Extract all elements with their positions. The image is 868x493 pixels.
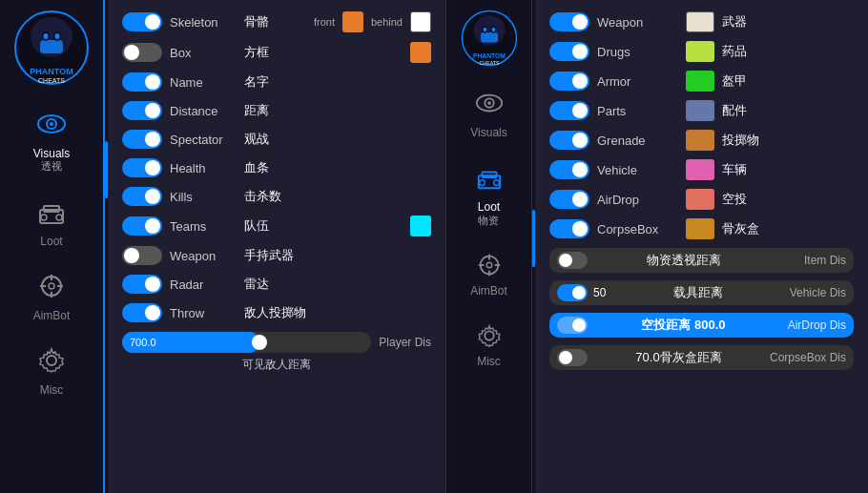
mid-loot-label: Loot 物资 [478, 200, 500, 227]
airdrop-dis-toggle[interactable] [557, 317, 588, 334]
health-label-en: Health [170, 161, 237, 175]
health-toggle[interactable] [122, 158, 162, 177]
corpsebox-dis-toggle[interactable] [557, 349, 588, 366]
item-dis-en: Item Dis [779, 254, 846, 267]
rcorpsebox-color[interactable] [686, 218, 714, 239]
skeleton-front-label: front [314, 16, 335, 28]
skeleton-row: Skeleton 骨骼 front behind [122, 11, 431, 32]
rgrenade-color[interactable] [686, 130, 714, 151]
player-dis-knob[interactable] [252, 335, 267, 350]
item-dis-toggle[interactable] [557, 252, 588, 269]
vehicle-dis-row[interactable]: 50 载具距离 Vehicle Dis [549, 280, 854, 305]
distance-label-en: Distance [170, 104, 237, 118]
radar-toggle[interactable] [122, 275, 162, 294]
item-dis-row[interactable]: 物资透视距离 Item Dis [549, 248, 854, 273]
name-row: Name 名字 [122, 72, 431, 92]
svg-point-14 [41, 215, 47, 220]
airdrop-dis-row[interactable]: 空投距离 800.0 AirDrop Dis [549, 313, 854, 338]
logo: PHANTOM CHEATS [13, 10, 90, 86]
corpsebox-dis-row[interactable]: 70.0骨灰盒距离 CorpseBox Dis [549, 345, 854, 370]
item-dis-cn: 物资透视距离 [593, 252, 774, 269]
svg-point-15 [56, 215, 62, 220]
throw-label-cn: 敌人投掷物 [244, 304, 431, 321]
rarmor-toggle[interactable] [549, 72, 589, 91]
rvehicle-toggle[interactable] [549, 160, 589, 179]
distance-label-cn: 距离 [244, 102, 431, 119]
rairdrop-toggle[interactable] [549, 190, 589, 209]
sidebar-item-aimbot[interactable]: AimBot [0, 257, 103, 332]
name-label-cn: 名字 [244, 73, 431, 91]
rairdrop-color[interactable] [686, 189, 714, 210]
teams-row: Teams 队伍 [122, 216, 431, 236]
svg-point-11 [50, 122, 53, 126]
rarmor-color[interactable] [686, 71, 714, 92]
rdrugs-toggle[interactable] [549, 42, 589, 61]
rcorpsebox-toggle[interactable] [549, 219, 589, 238]
sidebar-item-misc[interactable]: Misc [0, 332, 103, 406]
mid-sidebar: PHANTOM CHEATS Visuals [446, 0, 532, 493]
rcorpsebox-label-cn: 骨灰盒 [722, 220, 854, 237]
rdrugs-color[interactable] [686, 41, 714, 62]
kills-toggle[interactable] [122, 187, 162, 206]
mid-sidebar-item-misc[interactable]: Misc [446, 307, 531, 378]
player-dis-track[interactable]: 700.0 [122, 332, 371, 353]
skeleton-toggle[interactable] [122, 12, 162, 31]
rparts-color[interactable] [686, 100, 714, 121]
mid-sidebar-item-visuals[interactable]: Visuals [446, 74, 531, 149]
box-color[interactable] [410, 42, 431, 63]
vehicle-dis-toggle[interactable] [557, 284, 588, 301]
spectator-label-cn: 观战 [244, 131, 431, 148]
rweapon-color[interactable] [686, 11, 714, 32]
kills-label-cn: 击杀数 [244, 188, 431, 205]
teams-toggle[interactable] [122, 216, 162, 236]
sidebar-item-visuals[interactable]: Visuals 透视 [0, 95, 103, 183]
throw-row: Throw 敌人投掷物 [122, 303, 431, 322]
rparts-toggle[interactable] [549, 101, 589, 120]
rgrenade-row: Grenade 投掷物 [549, 130, 854, 151]
skeleton-label-cn: 骨骼 [244, 13, 306, 31]
sidebar-item-loot[interactable]: Loot [0, 183, 103, 257]
mid-sidebar-item-aimbot[interactable]: AimBot [446, 236, 531, 307]
player-dis-slider-area: 700.0 Player Dis 可见敌人距离 [122, 332, 431, 373]
skeleton-color-front[interactable] [342, 11, 363, 32]
distance-toggle[interactable] [122, 101, 162, 120]
rgrenade-label-en: Grenade [597, 134, 678, 148]
box-label-en: Box [170, 46, 237, 60]
loot-icon [32, 193, 71, 231]
rdrugs-label-en: Drugs [597, 45, 678, 59]
skeleton-color-behind[interactable] [410, 11, 431, 32]
radar-label-en: Radar [170, 277, 237, 292]
svg-point-28 [491, 28, 495, 32]
rweapon-row: Weapon 武器 [549, 11, 854, 32]
rairdrop-row: AirDrop 空投 [549, 189, 854, 210]
teams-color[interactable] [410, 216, 431, 236]
spectator-toggle[interactable] [122, 130, 162, 149]
svg-rect-24 [481, 32, 498, 43]
mid-crosshair-icon [470, 246, 508, 284]
corpsebox-dis-en: CorpseBox Dis [770, 351, 846, 364]
rgrenade-toggle[interactable] [549, 131, 589, 150]
weapon-toggle[interactable] [122, 246, 162, 265]
rweapon-toggle[interactable] [549, 12, 589, 31]
rweapon-label-en: Weapon [597, 15, 678, 30]
radar-row: Radar 雷达 [122, 275, 431, 294]
rarmor-label-en: Armor [597, 74, 678, 89]
mid-eye-icon [470, 84, 508, 122]
rarmor-row: Armor 盔甲 [549, 71, 854, 92]
vehicle-dis-cn: 载具距离 [623, 284, 774, 301]
rparts-label-en: Parts [597, 104, 678, 118]
svg-point-5 [44, 33, 49, 39]
svg-point-17 [49, 283, 54, 289]
box-toggle[interactable] [122, 43, 162, 62]
mid-misc-label: Misc [477, 355, 501, 368]
mid-visuals-label: Visuals [470, 126, 506, 139]
svg-point-37 [493, 180, 499, 186]
skeleton-behind-label: behind [371, 16, 403, 28]
throw-toggle[interactable] [122, 303, 162, 322]
sidebar-misc-label: Misc [40, 383, 64, 397]
health-row: Health 血条 [122, 158, 431, 177]
mid-sidebar-item-loot[interactable]: Loot 物资 [446, 149, 531, 236]
rvehicle-color[interactable] [686, 159, 714, 180]
name-toggle[interactable] [122, 72, 162, 92]
crosshair-icon [32, 267, 71, 305]
